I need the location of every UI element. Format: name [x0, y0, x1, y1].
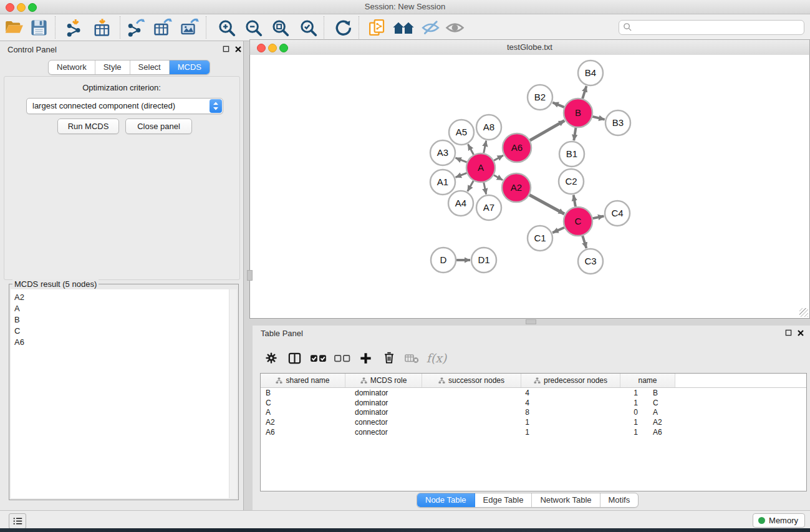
network-zoom-button[interactable] [279, 44, 288, 52]
tab-network-table[interactable]: Network Table [532, 493, 600, 507]
export-image-icon[interactable] [179, 17, 200, 38]
graph-edge-A-A8[interactable] [484, 141, 486, 153]
graph-edge-A-A1[interactable] [456, 173, 467, 177]
split-columns-icon[interactable] [286, 350, 302, 366]
tab-edge-table[interactable]: Edge Table [475, 493, 533, 507]
table-cell[interactable]: A [648, 408, 707, 417]
tab-mcds[interactable]: MCDS [170, 60, 210, 74]
graph-edge-B-B2[interactable] [552, 102, 564, 107]
float-table-panel-icon[interactable] [784, 329, 793, 337]
graph-edge-A-A7[interactable] [484, 183, 486, 195]
open-session-icon[interactable] [4, 17, 25, 38]
table-cell[interactable]: 1 [431, 428, 539, 437]
network-canvas[interactable]: B4B2BB3A8A5A6A3B1AC2A1A2A4A7C4CC1DD1C3 [249, 55, 810, 319]
graph-edge-A6-B[interactable] [530, 120, 564, 140]
zoom-selected-icon[interactable] [297, 17, 319, 38]
graph-edge-C-C3[interactable] [582, 236, 586, 248]
graph-edge-B-B3[interactable] [592, 117, 604, 120]
task-history-button[interactable] [9, 513, 26, 529]
canvas-vertical-scrollbar[interactable] [247, 270, 253, 281]
tab-motifs[interactable]: Motifs [600, 493, 639, 507]
table-cell[interactable]: dominator [350, 389, 431, 397]
table-row[interactable]: A2connector11A2 [261, 417, 806, 427]
column-header-shared-name[interactable]: shared name [261, 374, 345, 387]
float-panel-icon[interactable] [222, 45, 230, 53]
add-column-icon[interactable] [357, 350, 374, 366]
table-cell[interactable]: 1 [539, 418, 648, 427]
graph-edge-A2-C[interactable] [529, 195, 564, 214]
settings-gear-icon[interactable] [263, 350, 279, 366]
table-cell[interactable]: 1 [539, 399, 648, 407]
graph-edge-A-A5[interactable] [468, 144, 474, 155]
canvas-horizontal-scrollbar[interactable] [526, 319, 536, 324]
table-cell[interactable]: B [648, 389, 707, 397]
column-header-name[interactable]: name [620, 374, 675, 387]
hide-selected-icon[interactable] [420, 17, 441, 38]
column-header-predecessor-nodes[interactable]: predecessor nodes [521, 374, 620, 387]
table-cell[interactable]: connector [350, 418, 431, 427]
table-row[interactable]: Cdominator41C [261, 398, 806, 408]
close-table-panel-icon[interactable] [796, 329, 804, 337]
close-window-button[interactable] [6, 3, 14, 12]
table-cell[interactable]: 0 [539, 408, 648, 417]
mcds-result-list[interactable]: A2ABCA6 [11, 289, 237, 498]
table-cell[interactable]: C [648, 399, 707, 407]
new-network-from-selection-icon[interactable] [367, 17, 388, 38]
table-row[interactable]: Adominator80A [261, 407, 806, 417]
run-mcds-button[interactable]: Run MCDS [57, 118, 119, 134]
table-cell[interactable]: 1 [539, 428, 648, 437]
import-table-icon[interactable] [92, 17, 113, 38]
mcds-result-item[interactable]: A6 [11, 336, 237, 347]
tab-style[interactable]: Style [95, 60, 130, 74]
table-cell[interactable]: 1 [539, 389, 648, 397]
mcds-result-item[interactable]: A2 [11, 292, 237, 303]
tab-select[interactable]: Select [130, 60, 170, 74]
minimize-window-button[interactable] [17, 3, 26, 12]
table-row[interactable]: A6connector11A6 [261, 427, 806, 437]
search-input[interactable] [635, 21, 800, 34]
graph-edge-B-B4[interactable] [582, 86, 586, 99]
zoom-in-icon[interactable] [216, 17, 237, 38]
table-cell[interactable]: C [261, 399, 350, 407]
table-cell[interactable]: A2 [261, 418, 350, 427]
table-cell[interactable]: A6 [648, 428, 707, 437]
table-cell[interactable]: 1 [431, 418, 539, 427]
table-cell[interactable]: B [261, 389, 350, 397]
table-cell[interactable]: 8 [431, 408, 539, 417]
show-all-icon[interactable] [444, 17, 465, 38]
close-panel-icon[interactable] [234, 45, 242, 53]
mcds-result-item[interactable]: C [11, 325, 237, 336]
optimization-criterion-select[interactable]: largest connected component (directed) [26, 98, 223, 114]
reset-home-icon[interactable] [392, 17, 415, 38]
table-cell[interactable]: A [261, 408, 350, 417]
result-list-scrollbar[interactable] [229, 289, 237, 498]
column-header-MCDS-role[interactable]: MCDS role [345, 374, 422, 387]
network-minimize-button[interactable] [268, 44, 277, 52]
zoom-window-button[interactable] [28, 3, 37, 12]
column-header-successor-nodes[interactable]: successor nodes [422, 374, 521, 387]
zoom-fit-icon[interactable] [269, 17, 291, 38]
toolbar-search-field[interactable] [619, 20, 804, 35]
mcds-result-item[interactable]: A [11, 303, 237, 314]
graph-edge-C-C2[interactable] [574, 195, 576, 207]
graph-edge-A-A6[interactable] [494, 155, 503, 160]
table-cell[interactable]: 4 [431, 389, 539, 397]
graph-edge-C-C4[interactable] [593, 216, 604, 218]
table-cell[interactable]: A2 [648, 418, 707, 427]
memory-button[interactable]: Memory [753, 513, 805, 528]
delete-table-icon[interactable] [403, 350, 420, 366]
graph-edge-A-A3[interactable] [455, 158, 466, 162]
table-cell[interactable]: connector [350, 428, 431, 437]
graph-edge-B-B1[interactable] [574, 128, 576, 141]
save-session-icon[interactable] [28, 17, 49, 38]
select-all-columns-icon[interactable] [309, 350, 329, 366]
export-table-icon[interactable] [152, 17, 173, 38]
import-network-icon[interactable] [64, 17, 85, 38]
function-builder-icon[interactable]: f(x) [424, 350, 449, 366]
graph-edge-A-A4[interactable] [468, 181, 473, 191]
table-row[interactable]: Bdominator41B [261, 388, 806, 398]
tab-network[interactable]: Network [49, 60, 95, 74]
deselect-all-columns-icon[interactable] [332, 350, 352, 366]
tab-node-table[interactable]: Node Table [417, 493, 475, 507]
resize-grip[interactable] [799, 308, 808, 317]
